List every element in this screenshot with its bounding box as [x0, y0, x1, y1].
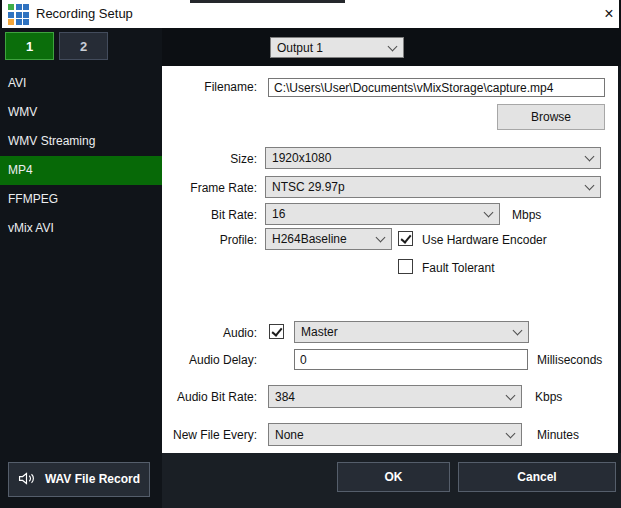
- audio-bit-rate-unit: Kbps: [535, 390, 562, 404]
- profile-label: Profile:: [162, 233, 257, 247]
- ok-button[interactable]: OK: [337, 462, 450, 492]
- sidebar-item-avi[interactable]: AVI: [0, 69, 162, 98]
- wav-file-record-button[interactable]: WAV File Record: [8, 462, 150, 497]
- browse-button[interactable]: Browse: [497, 104, 605, 130]
- audio-bit-rate-select-value: 384: [275, 390, 295, 404]
- chevron-down-icon: [484, 208, 494, 218]
- fault-tolerant-label: Fault Tolerant: [422, 261, 495, 275]
- new-file-every-select-value: None: [275, 428, 304, 442]
- sidebar-item-wmv-streaming[interactable]: WMV Streaming: [0, 127, 162, 156]
- chevron-down-icon: [376, 233, 386, 243]
- speaker-icon: [18, 471, 35, 486]
- chevron-down-icon: [585, 181, 595, 191]
- use-hardware-encoder-checkbox[interactable]: [398, 231, 413, 246]
- audio-delay-unit: Milliseconds: [537, 353, 602, 367]
- audio-bit-rate-label: Audio Bit Rate:: [162, 390, 257, 404]
- close-icon[interactable]: ×: [598, 3, 620, 25]
- output-select-value: Output 1: [277, 41, 323, 55]
- wav-file-record-label: WAV File Record: [45, 472, 140, 486]
- chevron-down-icon: [513, 326, 523, 336]
- new-file-every-unit: Minutes: [537, 428, 579, 442]
- chevron-down-icon: [388, 41, 398, 51]
- audio-bit-rate-select[interactable]: 384: [268, 385, 522, 408]
- new-file-every-label: New File Every:: [162, 428, 257, 442]
- title-bar: Recording Setup ×: [0, 0, 621, 28]
- output-select[interactable]: Output 1: [270, 37, 404, 58]
- window-title: Recording Setup: [36, 6, 133, 21]
- profile-select[interactable]: H264Baseline: [265, 228, 392, 250]
- chevron-down-icon: [506, 428, 516, 438]
- bit-rate-label: Bit Rate:: [162, 208, 257, 222]
- audio-delay-input[interactable]: [294, 349, 528, 370]
- chevron-down-icon: [585, 152, 595, 162]
- settings-panel: Filename: Browse Size: 1920x1080 Frame R…: [162, 66, 618, 453]
- sidebar-item-wmv[interactable]: WMV: [0, 98, 162, 127]
- sidebar-item-vmix-avi[interactable]: vMix AVI: [0, 214, 162, 243]
- audio-label: Audio:: [162, 326, 257, 340]
- background-window-edge: [190, 0, 345, 3]
- recording-setup-dialog: Recording Setup × 1 2 AVI WMV WMV Stream…: [0, 0, 621, 508]
- sidebar-item-mp4[interactable]: MP4: [0, 156, 162, 185]
- bit-rate-select[interactable]: 16: [265, 203, 500, 225]
- frame-rate-select[interactable]: NTSC 29.97p: [265, 176, 601, 198]
- use-hardware-encoder-label: Use Hardware Encoder: [422, 233, 547, 247]
- fault-tolerant-checkbox[interactable]: [398, 259, 413, 274]
- format-list: AVI WMV WMV Streaming MP4 FFMPEG vMix AV…: [0, 69, 162, 243]
- audio-enabled-checkbox[interactable]: [269, 324, 284, 339]
- sidebar-item-ffmpeg[interactable]: FFMPEG: [0, 185, 162, 214]
- bit-rate-unit: Mbps: [512, 208, 541, 222]
- size-label: Size:: [162, 152, 257, 166]
- filename-input[interactable]: [268, 78, 605, 97]
- size-select[interactable]: 1920x1080: [265, 147, 601, 169]
- bit-rate-select-value: 16: [272, 207, 285, 221]
- size-select-value: 1920x1080: [272, 151, 331, 165]
- audio-delay-label: Audio Delay:: [162, 353, 257, 367]
- tab-output-2[interactable]: 2: [59, 32, 108, 60]
- chevron-down-icon: [506, 390, 516, 400]
- profile-select-value: H264Baseline: [272, 232, 347, 246]
- frame-rate-label: Frame Rate:: [162, 181, 257, 195]
- audio-source-select[interactable]: Master: [294, 321, 529, 343]
- audio-source-select-value: Master: [301, 325, 338, 339]
- filename-label: Filename:: [162, 80, 257, 94]
- new-file-every-select[interactable]: None: [268, 423, 522, 446]
- vmix-app-icon: [8, 4, 29, 25]
- frame-rate-select-value: NTSC 29.97p: [272, 180, 345, 194]
- cancel-button[interactable]: Cancel: [458, 462, 616, 492]
- tab-output-1[interactable]: 1: [5, 32, 54, 60]
